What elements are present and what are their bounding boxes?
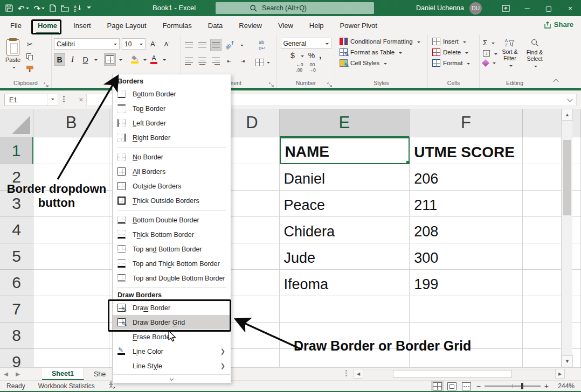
- cell-E2[interactable]: Daniel: [280, 164, 410, 191]
- row-header-3[interactable]: 3: [0, 191, 33, 217]
- menu-item-top-and-bottom-border[interactable]: Top and Bottom Border: [113, 242, 231, 256]
- horizontal-scrollbar[interactable]: ◀ ▶: [354, 369, 565, 379]
- align-middle-icon[interactable]: [197, 39, 208, 51]
- cell-B5[interactable]: [33, 243, 109, 270]
- align-bottom-icon[interactable]: [210, 39, 222, 51]
- scroll-left-icon[interactable]: ◀: [354, 369, 363, 379]
- cell-D9[interactable]: [225, 349, 279, 367]
- delete-cells-button[interactable]: Delete: [432, 48, 477, 56]
- increase-decimal-icon[interactable]: ←0.00: [296, 62, 303, 73]
- percent-style-icon[interactable]: %: [308, 51, 315, 60]
- borders-button[interactable]: [104, 53, 116, 66]
- vertical-scrollbar[interactable]: ▲ ▼: [561, 109, 572, 367]
- sheet-tab-partial[interactable]: She: [84, 368, 116, 380]
- cell-D3[interactable]: [225, 191, 279, 217]
- sort-az-icon[interactable]: AZ: [74, 4, 82, 12]
- cell-F5[interactable]: 300: [410, 243, 523, 270]
- row-header-7[interactable]: 7: [0, 296, 33, 323]
- menu-item-bottom-border[interactable]: Bottom Border: [113, 87, 231, 101]
- menu-item-thick-bottom-border[interactable]: Thick Bottom Border: [113, 227, 231, 242]
- column-header-B[interactable]: B: [33, 109, 109, 137]
- menu-item-line-color[interactable]: ✎Line Color❯: [113, 344, 231, 359]
- clear-button[interactable]: [483, 60, 497, 66]
- ribbon-display-options-icon[interactable]: [495, 0, 516, 16]
- cell-E1[interactable]: NAME: [280, 137, 410, 164]
- cell-F6[interactable]: 199: [410, 270, 523, 296]
- formula-bar-handle[interactable]: [63, 96, 65, 102]
- column-header-F[interactable]: F: [410, 109, 523, 137]
- increase-font-icon[interactable]: Aˆ: [148, 38, 159, 50]
- cell-E6[interactable]: Ifeoma: [280, 270, 410, 296]
- menu-item-top-and-double-bottom-border[interactable]: Top and Double Bottom Border: [113, 271, 231, 285]
- font-size-select[interactable]: 10: [122, 38, 146, 50]
- zoom-slider-thumb[interactable]: [521, 383, 523, 389]
- underline-button[interactable]: D: [80, 53, 91, 66]
- vertical-scroll-thumb[interactable]: [563, 140, 571, 215]
- row-header-9[interactable]: 9: [0, 349, 33, 367]
- menu-item-draw-border-grid[interactable]: ✎Draw Border Grid: [113, 315, 231, 330]
- workbook-statistics-button[interactable]: Workbook Statistics: [32, 382, 101, 390]
- share-button[interactable]: Share: [544, 20, 573, 29]
- page-layout-view-icon[interactable]: [447, 382, 456, 390]
- cell-E4[interactable]: Chidera: [280, 217, 410, 243]
- scroll-right-icon[interactable]: ▶: [555, 369, 565, 379]
- menu-scroll-more[interactable]: [113, 374, 230, 383]
- maximize-button[interactable]: ▢: [538, 0, 559, 16]
- borders-dropdown-arrow[interactable]: [119, 59, 122, 62]
- cell-B7[interactable]: [33, 296, 109, 323]
- cell-F3[interactable]: 211: [410, 191, 523, 217]
- cell-B3[interactable]: [33, 191, 109, 217]
- menu-item-right-border[interactable]: Right Border: [113, 130, 231, 145]
- insert-cells-button[interactable]: Insert: [432, 38, 477, 45]
- paste-button[interactable]: Paste: [2, 38, 24, 78]
- row-header-8[interactable]: 8: [0, 323, 33, 349]
- italic-button[interactable]: I: [67, 53, 78, 66]
- font-color-icon[interactable]: A: [148, 53, 160, 66]
- cancel-icon[interactable]: ×: [79, 95, 84, 104]
- minimize-button[interactable]: ─: [516, 0, 538, 16]
- number-format-select[interactable]: General: [281, 38, 331, 49]
- cell-D6[interactable]: [225, 270, 279, 296]
- next-sheet-icon[interactable]: ▶: [12, 368, 24, 380]
- column-header-E[interactable]: E: [280, 109, 410, 137]
- cell-F9[interactable]: [410, 349, 523, 367]
- row-header-5[interactable]: 5: [0, 243, 33, 270]
- zoom-slider[interactable]: [485, 386, 541, 387]
- tab-help[interactable]: Help: [301, 17, 332, 34]
- tab-data[interactable]: Data: [200, 17, 231, 34]
- sort-filter-button[interactable]: AZ Sort & Filter: [497, 38, 522, 78]
- menu-item-no-border[interactable]: No Border: [113, 150, 231, 164]
- search-input[interactable]: Search (Alt+Q): [216, 2, 374, 14]
- number-dialog-launcher[interactable]: [327, 81, 333, 86]
- font-name-select[interactable]: Calibri: [54, 38, 120, 50]
- cell-F1[interactable]: UTME SCORE: [410, 137, 522, 164]
- fill-button[interactable]: ↓: [483, 50, 497, 57]
- scroll-up-icon[interactable]: ▲: [562, 109, 573, 121]
- find-select-button[interactable]: Find & Select: [522, 38, 547, 78]
- cell-B4[interactable]: [33, 217, 109, 243]
- avatar[interactable]: DU: [469, 2, 482, 15]
- tab-review[interactable]: Review: [231, 17, 270, 34]
- align-left-icon[interactable]: [183, 55, 195, 67]
- menu-item-erase-border[interactable]: Erase Border: [113, 330, 231, 344]
- row-header-6[interactable]: 6: [0, 270, 33, 296]
- save-icon[interactable]: [5, 4, 13, 12]
- scroll-down-icon[interactable]: ▼: [562, 355, 573, 367]
- copy-icon[interactable]: [24, 51, 36, 62]
- menu-item-draw-border[interactable]: ✎Draw Border: [113, 300, 231, 315]
- tab-view[interactable]: View: [270, 17, 301, 34]
- row-header-4[interactable]: 4: [0, 217, 33, 243]
- menu-item-bottom-double-border[interactable]: Bottom Double Border: [113, 213, 231, 227]
- cell-D7[interactable]: [225, 296, 279, 323]
- new-file-icon[interactable]: [50, 4, 56, 12]
- customize-qat-icon[interactable]: [87, 6, 91, 10]
- collapse-ribbon-button[interactable]: [550, 34, 566, 88]
- cell-E9[interactable]: [280, 349, 410, 367]
- cell-styles-button[interactable]: ✎Cell Styles: [340, 59, 425, 67]
- format-painter-icon[interactable]: [24, 64, 36, 74]
- cell-E3[interactable]: Peace: [280, 191, 410, 217]
- align-center-icon[interactable]: [197, 55, 208, 67]
- format-as-table-button[interactable]: ✎Format as Table: [340, 48, 425, 56]
- cell-D5[interactable]: [225, 243, 279, 270]
- cell-B9[interactable]: [33, 349, 109, 367]
